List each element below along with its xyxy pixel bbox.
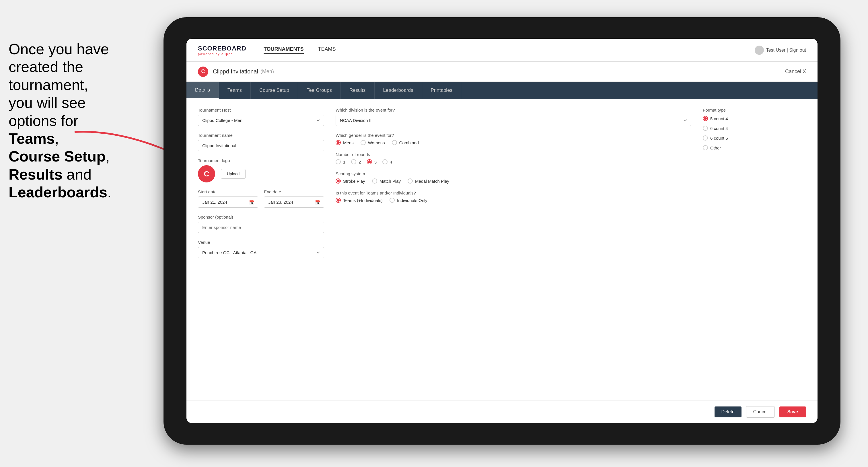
format-radio-group: 5 count 4 6 count 4 6 count 5 Other bbox=[703, 116, 806, 150]
rounds-2-radio[interactable] bbox=[351, 159, 356, 164]
tournament-host-select[interactable]: Clippd College - Men bbox=[198, 115, 324, 126]
division-select[interactable]: NCAA Division III bbox=[336, 115, 691, 126]
navbar: SCOREBOARD powered by clippd TOURNAMENTS… bbox=[186, 39, 817, 62]
teams-radio-group: Teams (+Individuals) Individuals Only bbox=[336, 198, 691, 203]
right-column: Format type 5 count 4 6 count 4 6 cou bbox=[703, 107, 806, 392]
tabs-bar: Details Teams Course Setup Tee Groups Re… bbox=[186, 82, 817, 99]
individuals-only[interactable]: Individuals Only bbox=[390, 198, 427, 203]
format-6count5[interactable]: 6 count 5 bbox=[703, 135, 806, 141]
sponsor-group: Sponsor (optional) bbox=[198, 215, 324, 233]
annotation-line4: you will see bbox=[9, 94, 86, 111]
tab-printables[interactable]: Printables bbox=[422, 82, 462, 99]
individuals-only-radio[interactable] bbox=[390, 198, 395, 203]
teams-group: Is this event for Teams and/or Individua… bbox=[336, 190, 691, 203]
teams-plus-radio[interactable] bbox=[336, 198, 341, 203]
rounds-radio-group: 1 2 3 4 bbox=[336, 159, 691, 164]
gender-mens[interactable]: Mens bbox=[336, 140, 354, 145]
format-5count4-radio[interactable] bbox=[703, 116, 708, 121]
nav-tournaments[interactable]: TOURNAMENTS bbox=[264, 46, 304, 54]
tab-results[interactable]: Results bbox=[341, 82, 375, 99]
scoring-label: Scoring system bbox=[336, 171, 691, 176]
rounds-3[interactable]: 3 bbox=[367, 159, 377, 164]
tournament-division: (Men) bbox=[260, 68, 274, 74]
logo-area: SCOREBOARD powered by clippd bbox=[198, 45, 246, 56]
format-other[interactable]: Other bbox=[703, 145, 806, 150]
scoring-medal-match-play[interactable]: Medal Match Play bbox=[408, 179, 449, 184]
gender-mens-radio[interactable] bbox=[336, 140, 341, 145]
annotation-bold3: Results bbox=[9, 166, 63, 183]
division-group: Which division is the event for? NCAA Di… bbox=[336, 107, 691, 126]
user-area: Test User | Sign out bbox=[755, 45, 806, 55]
cancel-button[interactable]: Cancel bbox=[746, 406, 775, 418]
tab-leaderboards[interactable]: Leaderboards bbox=[375, 82, 422, 99]
rounds-2[interactable]: 2 bbox=[351, 159, 361, 164]
sponsor-input[interactable] bbox=[198, 222, 324, 233]
save-button[interactable]: Save bbox=[779, 406, 806, 417]
format-6count5-radio[interactable] bbox=[703, 135, 708, 141]
tablet-screen: SCOREBOARD powered by clippd TOURNAMENTS… bbox=[186, 39, 817, 423]
scoring-stroke-radio[interactable] bbox=[336, 179, 341, 184]
scoring-stroke-play[interactable]: Stroke Play bbox=[336, 179, 365, 184]
rounds-3-radio[interactable] bbox=[367, 159, 372, 164]
format-6count4[interactable]: 6 count 4 bbox=[703, 126, 806, 131]
tournament-name-group: Tournament name bbox=[198, 133, 324, 151]
scoring-match-play[interactable]: Match Play bbox=[372, 179, 401, 184]
tab-course-setup[interactable]: Course Setup bbox=[251, 82, 298, 99]
rounds-4-radio[interactable] bbox=[382, 159, 388, 164]
gender-womens[interactable]: Womens bbox=[361, 140, 385, 145]
format-6count4-radio[interactable] bbox=[703, 126, 708, 131]
tournament-name: Clippd Invitational bbox=[213, 68, 258, 75]
tournament-name-input[interactable] bbox=[198, 140, 324, 151]
nav-teams[interactable]: TEAMS bbox=[318, 46, 336, 54]
venue-select[interactable]: Peachtree GC - Atlanta - GA bbox=[198, 247, 324, 258]
venue-group: Venue Peachtree GC - Atlanta - GA bbox=[198, 240, 324, 258]
tournament-logo-label: Tournament logo bbox=[198, 158, 324, 163]
user-avatar bbox=[755, 45, 764, 55]
tab-teams[interactable]: Teams bbox=[219, 82, 251, 99]
format-5count4[interactable]: 5 count 4 bbox=[703, 116, 806, 121]
tournament-logo-group: Tournament logo C Upload bbox=[198, 158, 324, 182]
annotation-line1: Once you have bbox=[9, 41, 109, 57]
logo-title: SCOREBOARD bbox=[198, 45, 246, 52]
format-other-radio[interactable] bbox=[703, 145, 708, 150]
annotation: Once you have created the tournament, yo… bbox=[0, 34, 129, 207]
sponsor-label: Sponsor (optional) bbox=[198, 215, 324, 219]
rounds-label: Number of rounds bbox=[336, 152, 691, 157]
scoring-radio-group: Stroke Play Match Play Medal Match Play bbox=[336, 179, 691, 184]
start-date-calendar-icon[interactable]: 📅 bbox=[249, 199, 255, 205]
gender-combined-radio[interactable] bbox=[392, 140, 397, 145]
main-content: Tournament Host Clippd College - Men Tou… bbox=[186, 99, 817, 400]
user-text[interactable]: Test User | Sign out bbox=[766, 48, 806, 53]
rounds-4[interactable]: 4 bbox=[382, 159, 392, 164]
scoring-medal-radio[interactable] bbox=[408, 179, 413, 184]
rounds-group: Number of rounds 1 2 3 bbox=[336, 152, 691, 164]
end-date-calendar-icon[interactable]: 📅 bbox=[315, 199, 321, 205]
division-label: Which division is the event for? bbox=[336, 107, 691, 113]
logo-circle: C bbox=[198, 165, 215, 182]
gender-womens-radio[interactable] bbox=[361, 140, 366, 145]
nav-links: TOURNAMENTS TEAMS bbox=[264, 46, 755, 54]
tab-tee-groups[interactable]: Tee Groups bbox=[298, 82, 341, 99]
left-column: Tournament Host Clippd College - Men Tou… bbox=[198, 107, 324, 392]
logo-upload-area: C Upload bbox=[198, 165, 324, 182]
venue-label: Venue bbox=[198, 240, 324, 245]
tournament-host-label: Tournament Host bbox=[198, 107, 324, 113]
middle-column: Which division is the event for? NCAA Di… bbox=[336, 107, 691, 392]
teams-plus-individuals[interactable]: Teams (+Individuals) bbox=[336, 198, 383, 203]
format-type-group: Format type 5 count 4 6 count 4 6 cou bbox=[703, 107, 806, 150]
gender-radio-group: Mens Womens Combined bbox=[336, 140, 691, 145]
tab-details[interactable]: Details bbox=[186, 82, 219, 99]
delete-button[interactable]: Delete bbox=[715, 406, 742, 417]
end-date-wrapper: 📅 bbox=[264, 196, 324, 208]
upload-button[interactable]: Upload bbox=[221, 169, 246, 179]
tablet-frame: SCOREBOARD powered by clippd TOURNAMENTS… bbox=[163, 17, 840, 445]
rounds-1[interactable]: 1 bbox=[336, 159, 345, 164]
gender-combined[interactable]: Combined bbox=[392, 140, 419, 145]
end-date-label: End date bbox=[264, 189, 324, 194]
cancel-top-button[interactable]: Cancel X bbox=[785, 68, 806, 74]
rounds-1-radio[interactable] bbox=[336, 159, 341, 164]
teams-label: Is this event for Teams and/or Individua… bbox=[336, 190, 691, 195]
dates-group: Start date 📅 End date 📅 bbox=[198, 189, 324, 208]
scoring-match-radio[interactable] bbox=[372, 179, 377, 184]
tournament-header: C Clippd Invitational (Men) Cancel X bbox=[186, 62, 817, 82]
